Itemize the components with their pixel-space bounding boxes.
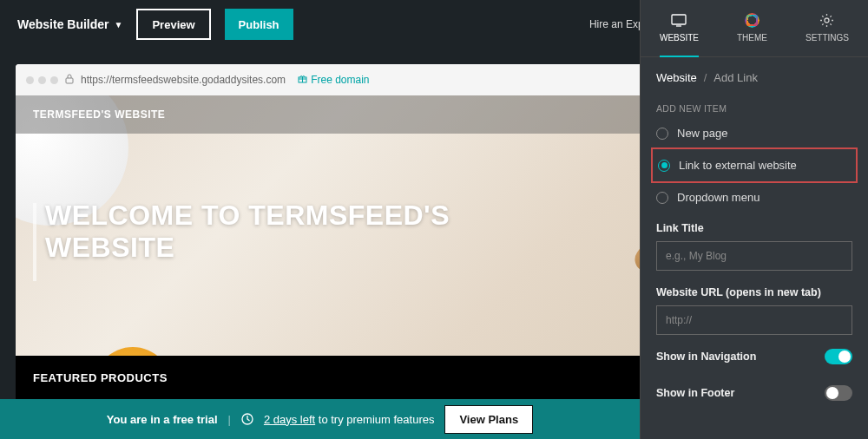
website-url-input[interactable] [656, 305, 852, 335]
sidebar-tabs: WEBSITE THEME SETTINGS [641, 0, 868, 57]
show-in-navigation-row: Show in Navigation [641, 338, 868, 375]
breadcrumb-root[interactable]: Website [656, 71, 697, 84]
free-domain-label: Free domain [311, 74, 369, 86]
radio-external-label: Link to external website [679, 159, 797, 172]
view-plans-button[interactable]: View Plans [444, 405, 533, 434]
brand-label: Website Builder [17, 17, 109, 31]
trial-prefix: You are in a free trial [107, 413, 218, 426]
website-url-group: Website URL (opens in new tab) [641, 274, 868, 338]
tab-website-label: WEBSITE [660, 33, 699, 43]
preview-button[interactable]: Preview [136, 9, 210, 40]
trial-suffix: to try premium features [319, 413, 435, 426]
svg-point-7 [825, 18, 829, 23]
breadcrumb-sep: / [704, 71, 707, 84]
chevron-down-icon: ▼ [115, 20, 123, 29]
svg-rect-5 [672, 15, 686, 24]
dot-icon [38, 76, 46, 84]
site-title: TERMSFEED'S WEBSITE [33, 108, 165, 121]
link-title-input[interactable] [656, 241, 852, 271]
hero: WELCOME TO TERMSFEED'S WEBSITE [45, 200, 450, 264]
free-domain-link[interactable]: Free domain [298, 74, 369, 86]
show-nav-label: Show in Navigation [656, 351, 756, 363]
radio-dropdown-menu[interactable]: Dropdown menu [656, 185, 852, 210]
url-text: https://termsfeedswebsite.godaddysites.c… [81, 74, 286, 86]
radio-external-link[interactable]: Link to external website [658, 153, 851, 178]
brand-menu[interactable]: Website Builder ▼ [17, 17, 122, 31]
link-title-label: Link Title [656, 222, 852, 234]
link-title-group: Link Title [641, 210, 868, 274]
section-add-new-item: ADD NEW ITEM [641, 91, 868, 121]
tab-settings-label: SETTINGS [806, 33, 849, 43]
add-item-radio-group: New page Link to external website Dropdo… [641, 121, 868, 210]
radio-new-page-label: New page [677, 127, 728, 140]
lock-icon [65, 74, 74, 87]
tab-website[interactable]: WEBSITE [660, 12, 699, 49]
radio-icon [656, 192, 668, 204]
hero-accent-bar [33, 203, 36, 281]
svg-rect-0 [66, 78, 73, 83]
hero-line2: WEBSITE [45, 232, 174, 263]
tab-theme-label: THEME [737, 33, 767, 43]
show-footer-label: Show in Footer [656, 387, 734, 399]
clock-icon [241, 413, 253, 425]
hero-line1: WELCOME TO TERMSFEED'S [45, 200, 450, 231]
gift-icon [298, 74, 307, 86]
publish-button[interactable]: Publish [225, 9, 293, 40]
show-in-footer-row: Show in Footer [641, 375, 868, 411]
days-left-link[interactable]: 2 days left [264, 413, 315, 426]
trial-text: You are in a free trial [107, 413, 218, 426]
radio-icon [658, 160, 670, 172]
trial-bar: You are in a free trial | 2 days left to… [0, 399, 640, 439]
show-footer-toggle[interactable] [825, 385, 852, 401]
tab-theme[interactable]: THEME [737, 12, 767, 49]
radio-dropdown-label: Dropdown menu [677, 191, 760, 204]
website-url-label: Website URL (opens in new tab) [656, 286, 852, 298]
trial-days-text: 2 days left to try premium features [264, 413, 435, 426]
featured-label: FEATURED PRODUCTS [33, 371, 168, 384]
gear-icon [819, 12, 835, 28]
dot-icon [26, 76, 34, 84]
tab-settings[interactable]: SETTINGS [806, 12, 849, 49]
highlight-box: Link to external website [651, 147, 858, 183]
right-sidebar: WEBSITE THEME SETTINGS Website / Add Lin… [640, 0, 868, 439]
breadcrumb: Website / Add Link [641, 57, 868, 91]
breadcrumb-leaf: Add Link [713, 71, 758, 84]
divider: | [228, 413, 231, 426]
radio-icon [656, 128, 668, 140]
hero-heading: WELCOME TO TERMSFEED'S WEBSITE [45, 200, 450, 264]
website-icon [671, 12, 687, 28]
radio-new-page[interactable]: New page [656, 121, 852, 146]
dot-icon [50, 76, 58, 84]
window-dots [26, 76, 58, 84]
theme-icon [744, 12, 760, 28]
show-nav-toggle[interactable] [825, 349, 852, 364]
